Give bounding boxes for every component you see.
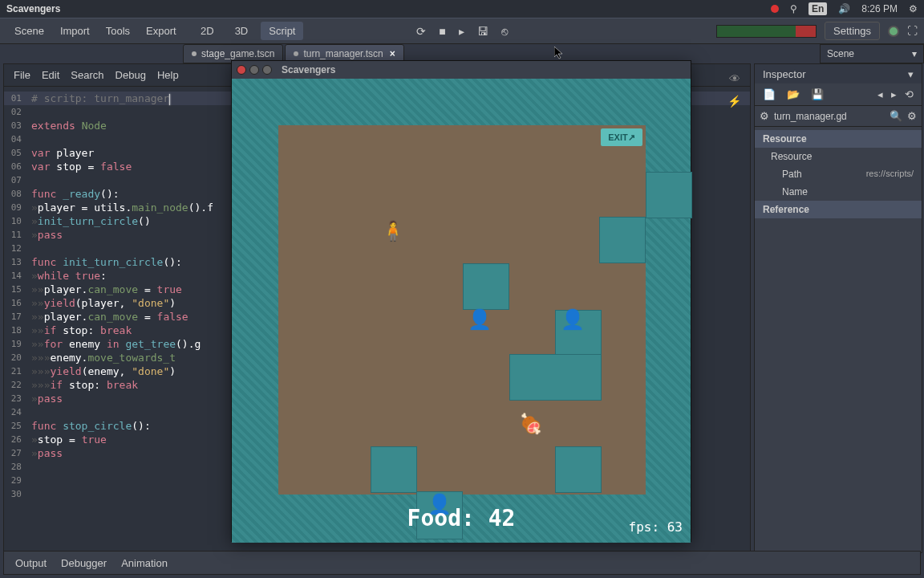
bottom-tab-output[interactable]: Output	[15, 557, 47, 569]
code-line[interactable]: »pass	[26, 392, 63, 405]
inspector-property[interactable]: Resource	[755, 148, 922, 165]
remote-icon[interactable]: ⎋	[501, 25, 508, 38]
language-indicator[interactable]: En	[808, 2, 827, 15]
code-line[interactable]: »pass	[26, 228, 63, 242]
code-line[interactable]: var player	[26, 146, 94, 160]
game-tile	[599, 217, 646, 263]
tab-label: stage_game.tscn	[201, 48, 274, 59]
forward-icon[interactable]: ▸	[891, 88, 897, 100]
code-line[interactable]: »player = utils.main_node().f	[26, 201, 213, 214]
code-line[interactable]	[26, 242, 31, 255]
minimize-icon[interactable]	[249, 65, 259, 75]
game-tile	[555, 446, 602, 493]
back-icon[interactable]: ◂	[877, 88, 883, 100]
code-line[interactable]: »»»enemy.move_towards_t	[26, 351, 176, 364]
bottom-tab-animation[interactable]: Animation	[121, 557, 168, 569]
editor-menu-help[interactable]: Help	[157, 69, 179, 81]
save-icon[interactable]: 💾	[811, 88, 824, 100]
game-tile	[509, 354, 602, 401]
game-viewport[interactable]: 🧍👤👤🍖👤 EXIT↗ Food: 42 fps: 63	[232, 79, 691, 543]
inspector-property[interactable]: Name	[755, 183, 922, 201]
viewmode-2d[interactable]: 2D	[192, 22, 222, 40]
code-line[interactable]	[26, 460, 31, 474]
save-icon[interactable]: 🖫	[477, 25, 488, 38]
settings-icon[interactable]: ⚙	[907, 110, 917, 122]
search-icon[interactable]: 🔍	[890, 110, 902, 122]
inspector-property[interactable]: Reference	[755, 201, 922, 218]
close-icon[interactable]: ×	[390, 48, 395, 59]
chevron-down-icon[interactable]: ▾	[908, 68, 914, 80]
code-line[interactable]: func stop_circle():	[26, 419, 151, 433]
code-line[interactable]	[26, 405, 31, 419]
code-line[interactable]: »»»yield(enemy, "done")	[26, 364, 176, 378]
code-line[interactable]: »stop = true	[26, 433, 107, 446]
open-icon[interactable]: 📂	[787, 88, 800, 100]
inspector-title: Inspector	[763, 68, 805, 80]
bottom-tab-debugger[interactable]: Debugger	[61, 557, 107, 569]
menu-import[interactable]: Import	[52, 22, 98, 40]
scene-dropdown[interactable]: Scene ▾	[820, 44, 924, 63]
viewmode-script[interactable]: Script	[261, 22, 303, 40]
prop-value: res://scripts/	[866, 169, 914, 180]
food-label: Food: 42	[407, 505, 516, 531]
editor-menu-search[interactable]: Search	[71, 69, 103, 81]
fullscreen-icon[interactable]: ⛶	[907, 25, 918, 37]
visibility-icon[interactable]: 👁	[729, 72, 740, 85]
dirty-dot-icon	[294, 51, 298, 56]
code-line[interactable]: »»yield(player, "done")	[26, 296, 176, 310]
prop-label: Path	[782, 169, 802, 180]
code-line[interactable]: # scritp: turn_manager	[26, 92, 170, 105]
maximize-icon[interactable]	[262, 65, 272, 75]
dirty-dot-icon	[192, 51, 197, 56]
editor-menu-edit[interactable]: Edit	[42, 69, 59, 81]
menu-tools[interactable]: Tools	[98, 22, 138, 40]
editor-menu-file[interactable]: File	[14, 69, 30, 81]
prop-label: Reference	[763, 204, 809, 215]
game-window[interactable]: Scavengers 🧍👤👤🍖👤 EXIT↗ Food: 42 fps: 63	[231, 60, 691, 542]
power-icon[interactable]: ⚙	[909, 3, 918, 14]
code-line[interactable]: »pass	[26, 446, 63, 460]
prop-label: Resource	[771, 151, 812, 162]
code-line[interactable]	[26, 474, 31, 487]
inspector-property[interactable]: Pathres://scripts/	[755, 165, 922, 183]
code-line[interactable]: extends Node	[26, 119, 107, 132]
exit-sign: EXIT↗	[601, 128, 642, 146]
menu-export[interactable]: Export	[138, 22, 184, 40]
bolt-icon[interactable]: ⚡	[727, 95, 741, 108]
code-line[interactable]: »init_turn_circle()	[26, 214, 151, 228]
volume-icon[interactable]: 🔊	[838, 3, 850, 14]
new-icon[interactable]: 📄	[763, 88, 776, 100]
code-line[interactable]: func _ready():	[26, 187, 120, 201]
code-line[interactable]: var stop = false	[26, 160, 132, 173]
settings-button[interactable]: Settings	[825, 22, 880, 40]
code-line[interactable]	[26, 487, 31, 501]
code-line[interactable]: »»»if stop: break	[26, 378, 138, 392]
play-icon[interactable]: ⟳	[416, 25, 426, 38]
play-scene-icon[interactable]: ▸	[459, 25, 464, 38]
stop-icon[interactable]: ■	[439, 25, 445, 38]
editor-menu-debug[interactable]: Debug	[116, 69, 146, 81]
inspector-filename: turn_manager.gd	[774, 111, 885, 122]
code-line[interactable]: »»if stop: break	[26, 324, 132, 337]
game-tile	[371, 446, 417, 493]
inspector-property[interactable]: Resource	[755, 130, 922, 148]
tab-label: turn_manager.tscn	[303, 48, 383, 59]
code-line[interactable]	[26, 132, 31, 146]
viewmode-3d[interactable]: 3D	[227, 22, 257, 40]
close-icon[interactable]	[237, 65, 246, 75]
code-line[interactable]: »while true:	[26, 269, 107, 283]
clock: 8:26 PM	[861, 3, 898, 14]
game-sprite: 👤	[561, 308, 585, 331]
code-line[interactable]: »»player.can_move = false	[26, 310, 188, 324]
code-line[interactable]: »»player.can_move = true	[26, 283, 182, 296]
menu-scene[interactable]: Scene	[6, 22, 52, 40]
wifi-icon[interactable]: ⚲	[790, 3, 797, 14]
code-line[interactable]: »»for enemy in get_tree().g	[26, 337, 201, 351]
code-line[interactable]: func init_turn_circle():	[26, 255, 182, 269]
gear-icon: ⚙	[760, 110, 769, 122]
history-icon[interactable]: ⟲	[905, 88, 914, 100]
game-sprite: 🍖	[519, 413, 543, 435]
code-line[interactable]	[26, 173, 31, 187]
code-line[interactable]	[26, 105, 31, 119]
fps-label: fps: 63	[629, 519, 683, 535]
